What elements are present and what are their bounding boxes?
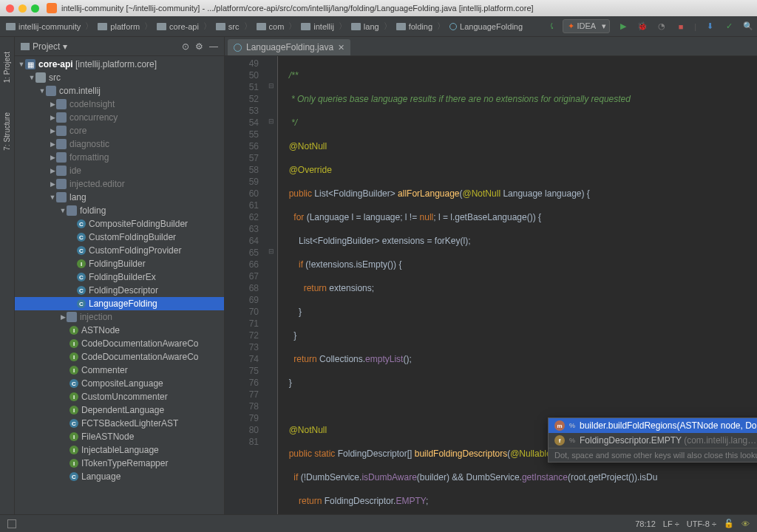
tree-class[interactable]: CCustomFoldingProvider	[15, 244, 224, 257]
debug-button[interactable]: 🐞	[637, 21, 648, 33]
zoom-window-button[interactable]	[31, 4, 39, 13]
editor-tabs: LanguageFolding.java ✕	[225, 37, 757, 56]
project-title: Project	[33, 41, 60, 52]
package-icon	[56, 99, 67, 109]
settings-icon[interactable]: ⚙	[195, 41, 203, 52]
breadcrumb-item[interactable]: lang	[348, 22, 382, 31]
class-icon: C	[77, 219, 86, 228]
read-only-toggle-icon[interactable]: 🔓	[724, 519, 734, 528]
package-icon	[46, 86, 56, 96]
hide-icon[interactable]: —	[209, 41, 218, 52]
breadcrumb-item[interactable]: folding	[393, 22, 435, 31]
window-controls	[6, 4, 39, 13]
tool-tab-structure[interactable]: 7: Structure	[3, 112, 11, 151]
line-separator[interactable]: LF ÷	[663, 519, 679, 528]
tree-class[interactable]: IASTNode	[15, 324, 224, 337]
tree-folder[interactable]: ▶codeInsight	[15, 98, 224, 111]
tree-class[interactable]: CFCTSBackedLighterAST	[15, 417, 224, 430]
class-icon	[449, 23, 457, 30]
line-number-gutter[interactable]: 4950515253 54 55565758596061626364656667…	[225, 56, 265, 514]
left-tool-strip: 1: Project 7: Structure	[0, 37, 15, 514]
class-icon: C	[77, 299, 86, 308]
tree-class[interactable]: CFoldingBuilderEx	[15, 270, 224, 284]
fold-gutter[interactable]: ⊟⊟⊟	[265, 56, 278, 514]
tree-module[interactable]: ▼▦core-api [intellij.platform.core]	[15, 58, 224, 71]
class-icon: C	[69, 419, 78, 428]
tree-package[interactable]: ▼com.intellij	[15, 84, 224, 98]
code-completion-popup[interactable]: m % builder.buildFoldRegions(ASTNode nod…	[548, 417, 757, 463]
interface-icon: I	[69, 446, 78, 454]
tree-class[interactable]: ICommenter	[15, 364, 224, 377]
tab-label: LanguageFolding.java	[246, 42, 333, 52]
tree-class[interactable]: IDependentLanguage	[15, 403, 224, 417]
completion-item[interactable]: f % FoldingDescriptor.EMPTY (com.intelli…	[549, 433, 757, 448]
folder-icon	[301, 23, 310, 30]
tool-windows-toggle[interactable]	[7, 519, 16, 528]
inspections-icon[interactable]: 👁	[741, 519, 750, 528]
tree-class[interactable]: IFileASTNode	[15, 430, 224, 443]
breadcrumb-item[interactable]: src	[213, 22, 242, 31]
close-window-button[interactable]	[6, 4, 14, 13]
tree-folder[interactable]: ▶core	[15, 124, 224, 137]
completion-hint: Dot, space and some other keys will also…	[549, 448, 757, 462]
tree-class[interactable]: CFoldingDescriptor	[15, 284, 224, 297]
completion-item-selected[interactable]: m % builder.buildFoldRegions(ASTNode nod…	[549, 418, 757, 433]
breadcrumb-item[interactable]: intellij	[298, 22, 337, 31]
stop-button[interactable]: ■	[675, 21, 687, 33]
editor: LanguageFolding.java ✕ 4950515253 54 555…	[225, 37, 757, 514]
project-header: Project ▾ ⊙ ⚙ —	[15, 37, 224, 56]
close-tab-icon[interactable]: ✕	[338, 43, 344, 52]
tree-folder[interactable]: ▼folding	[15, 204, 224, 217]
tree-folder[interactable]: ▶concurrency	[15, 111, 224, 124]
editor-tab[interactable]: LanguageFolding.java ✕	[228, 39, 350, 55]
vcs-commit-button[interactable]: ✓	[723, 21, 735, 33]
run-button[interactable]: ▶	[617, 21, 629, 33]
tree-folder[interactable]: ▼src	[15, 71, 224, 84]
class-icon: C	[69, 472, 78, 481]
class-icon	[234, 44, 242, 52]
tree-class[interactable]: CCustomFoldingBuilder	[15, 231, 224, 244]
file-encoding[interactable]: UTF-8 ÷	[687, 519, 716, 528]
breadcrumb-item[interactable]: LanguageFolding	[447, 22, 526, 31]
tree-class[interactable]: CCompositeFoldingBuilder	[15, 217, 224, 231]
completion-label: builder.buildFoldRegions(ASTNode node, D…	[580, 420, 757, 431]
search-button[interactable]: 🔍	[742, 21, 754, 33]
package-icon	[56, 192, 67, 202]
tree-folder[interactable]: ▶injected.editor	[15, 177, 224, 191]
scroll-from-source-icon[interactable]: ⊙	[182, 41, 189, 52]
tree-class-selected[interactable]: CLanguageFolding	[15, 297, 224, 310]
project-tree[interactable]: ▼▦core-api [intellij.platform.core] ▼src…	[15, 56, 224, 514]
app-icon	[47, 3, 57, 13]
field-icon: f	[554, 435, 565, 446]
tree-class[interactable]: ICodeDocumentationAwareCo	[15, 350, 224, 364]
class-icon: C	[77, 273, 86, 282]
tool-tab-project[interactable]: 1: Project	[3, 52, 11, 83]
breadcrumb-item[interactable]: platform	[95, 22, 143, 31]
build-icon[interactable]: ⤹	[549, 21, 555, 31]
tree-folder[interactable]: ▶diagnostic	[15, 137, 224, 151]
tree-folder[interactable]: ▼lang	[15, 191, 224, 204]
tree-folder[interactable]: ▶injection	[15, 310, 224, 324]
caret-position[interactable]: 78:12	[635, 519, 656, 528]
tree-class[interactable]: IITokenTypeRemapper	[15, 457, 224, 470]
tree-class[interactable]: CLanguage	[15, 470, 224, 483]
minimize-window-button[interactable]	[18, 4, 27, 13]
breadcrumb-item[interactable]: com	[254, 22, 288, 31]
run-config-selector[interactable]: ✦ IDEA	[563, 19, 610, 33]
vcs-update-button[interactable]: ⬇	[704, 21, 716, 33]
class-icon: C	[77, 246, 86, 255]
tree-class[interactable]: CCompositeLanguage	[15, 377, 224, 390]
breadcrumb-item[interactable]: intellij-community	[3, 22, 84, 31]
tree-class[interactable]: IFoldingBuilder	[15, 257, 224, 270]
tree-class[interactable]: ICustomUncommenter	[15, 390, 224, 403]
tree-folder[interactable]: ▶ide	[15, 164, 224, 177]
view-mode-dropdown[interactable]: ▾	[63, 41, 67, 52]
source-folder-icon	[35, 72, 46, 83]
package-icon	[56, 179, 67, 189]
tree-folder[interactable]: ▶formatting	[15, 151, 224, 164]
breadcrumb-item[interactable]: core-api	[154, 22, 202, 31]
coverage-button[interactable]: ◔	[656, 21, 668, 33]
tree-class[interactable]: ICodeDocumentationAwareCo	[15, 337, 224, 350]
tree-class[interactable]: IInjectableLanguage	[15, 443, 224, 457]
folder-icon	[351, 23, 361, 30]
